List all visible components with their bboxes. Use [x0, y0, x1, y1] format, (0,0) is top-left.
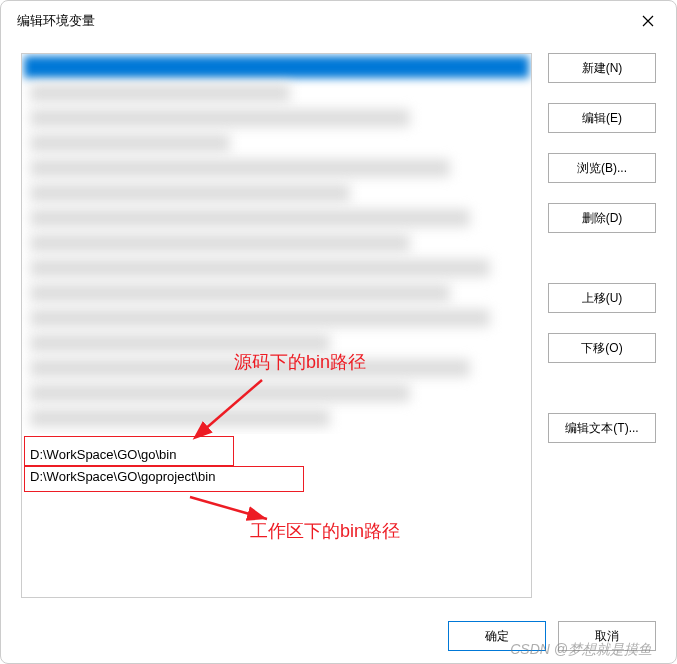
highlight-box-workspace [24, 466, 304, 492]
dialog-content: D:\WorkSpace\GO\go\bin D:\WorkSpace\GO\g… [1, 41, 676, 598]
delete-button[interactable]: 删除(D) [548, 203, 656, 233]
highlight-box-source [24, 436, 234, 466]
close-button[interactable] [632, 9, 664, 33]
edit-button[interactable]: 编辑(E) [548, 103, 656, 133]
ok-button[interactable]: 确定 [448, 621, 546, 651]
close-icon [642, 15, 654, 27]
arrow-workspace [172, 489, 282, 529]
titlebar: 编辑环境变量 [1, 1, 676, 41]
new-button[interactable]: 新建(N) [548, 53, 656, 83]
annotation-workspace-bin: 工作区下的bin路径 [250, 519, 400, 543]
blurred-entries [22, 54, 531, 434]
dialog-footer: 确定 取消 [448, 621, 656, 651]
path-listbox[interactable]: D:\WorkSpace\GO\go\bin D:\WorkSpace\GO\g… [21, 53, 532, 598]
move-down-button[interactable]: 下移(O) [548, 333, 656, 363]
svg-line-1 [190, 497, 267, 519]
edit-text-button[interactable]: 编辑文本(T)... [548, 413, 656, 443]
dialog-window: 编辑环境变量 [0, 0, 677, 664]
browse-button[interactable]: 浏览(B)... [548, 153, 656, 183]
dialog-title: 编辑环境变量 [17, 12, 95, 30]
cancel-button[interactable]: 取消 [558, 621, 656, 651]
move-up-button[interactable]: 上移(U) [548, 283, 656, 313]
side-button-panel: 新建(N) 编辑(E) 浏览(B)... 删除(D) 上移(U) 下移(O) 编… [548, 53, 656, 598]
